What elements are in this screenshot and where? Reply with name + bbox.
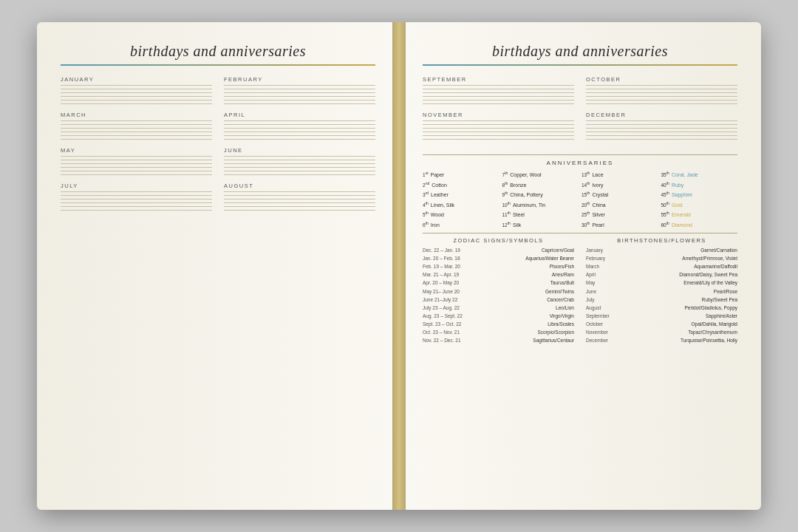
entry-line bbox=[61, 124, 212, 125]
right-months-grid: SEPTEMBEROCTOBERNOVEMBERDECEMBER bbox=[423, 76, 737, 147]
month-section-july: JULY bbox=[61, 183, 212, 211]
month-label-september: SEPTEMBER bbox=[423, 76, 574, 83]
entry-line bbox=[224, 92, 375, 93]
anniv-name: Crystal bbox=[592, 191, 608, 199]
anniv-name: Leather bbox=[431, 191, 449, 199]
anniv-item: 1stPaper bbox=[423, 170, 499, 180]
anniv-item: 10thAluminum, Tin bbox=[502, 200, 579, 210]
entry-line bbox=[224, 199, 375, 200]
anniv-item: 5thWood bbox=[423, 210, 499, 219]
birth-gems: Garnet/Carnation bbox=[700, 246, 737, 254]
entry-line bbox=[224, 135, 375, 136]
entry-line bbox=[61, 89, 212, 89]
birth-item: FebruaryAmethyst/Primrose, Violet bbox=[586, 254, 737, 262]
anniv-number: 6th bbox=[423, 220, 429, 230]
month-label-june: JUNE bbox=[224, 147, 375, 154]
zodiac-item: July 23 – Aug. 22Leo/Lion bbox=[423, 304, 574, 312]
anniv-name: Diamond bbox=[672, 221, 692, 229]
entry-line bbox=[61, 191, 212, 192]
birth-month: January bbox=[586, 246, 603, 254]
birth-gems: Turquoise/Poinsettia, Holly bbox=[681, 336, 737, 344]
zodiac-sign: Capricorn/Goat bbox=[542, 246, 574, 254]
entry-line bbox=[61, 128, 212, 129]
anniv-item: 2ndCotton bbox=[423, 180, 499, 190]
anniversaries-title: ANNIVERSARIES bbox=[423, 160, 737, 166]
entry-line bbox=[61, 120, 212, 121]
anniv-item: 25thSilver bbox=[582, 210, 658, 219]
entry-line bbox=[61, 206, 212, 207]
entry-line bbox=[586, 96, 737, 97]
entry-line bbox=[224, 132, 375, 132]
zodiac-date: June 21–July 22 bbox=[423, 296, 457, 304]
anniv-number: 30th bbox=[582, 220, 590, 230]
anniv-name: Cotton bbox=[432, 181, 447, 189]
zodiac-sign: Sagittarius/Centaur bbox=[533, 336, 574, 344]
entry-line bbox=[224, 210, 375, 211]
month-label-april: APRIL bbox=[224, 112, 375, 118]
entry-line bbox=[61, 100, 212, 100]
entry-line bbox=[61, 167, 212, 168]
birth-gems: Pearl/Rose bbox=[714, 287, 737, 296]
month-label-november: NOVEMBER bbox=[423, 112, 574, 118]
month-label-february: FEBRUARY bbox=[224, 76, 375, 83]
anniv-name: Gold bbox=[672, 201, 683, 209]
anniv-name: Coral, Jade bbox=[672, 171, 698, 179]
zodiac-item: Nov. 22 – Dec. 21Sagittarius/Centaur bbox=[423, 336, 574, 344]
birth-gems: Sapphire/Aster bbox=[706, 312, 737, 320]
entry-line bbox=[224, 124, 375, 125]
zodiac-item: Aug. 23 – Sept. 22Virgo/Virgin bbox=[423, 312, 574, 320]
month-label-may: MAY bbox=[61, 147, 212, 154]
birth-item: AugustPeridot/Gladiolus, Poppy bbox=[586, 304, 737, 312]
anniv-name: Ivory bbox=[592, 181, 603, 189]
anniv-number: 7th bbox=[502, 170, 508, 180]
anniv-item: 60thDiamond bbox=[661, 220, 738, 230]
month-label-january: JANUARY bbox=[61, 76, 212, 83]
anniv-item: 30thPearl bbox=[582, 220, 658, 230]
birth-item: JunePearl/Rose bbox=[586, 287, 737, 296]
anniv-name: China, Pottery bbox=[510, 191, 542, 199]
zodiac-sign: Cancer/Crab bbox=[547, 296, 574, 304]
month-section-april: APRIL bbox=[224, 112, 375, 140]
anniv-name: Emerald bbox=[672, 211, 691, 219]
entry-line bbox=[586, 135, 737, 136]
entry-line bbox=[61, 85, 212, 86]
entry-line bbox=[224, 195, 375, 196]
anniv-name: Copper, Wool bbox=[510, 171, 541, 179]
month-section-january: JANUARY bbox=[61, 76, 212, 104]
entry-line bbox=[586, 92, 737, 93]
zodiac-sign: Aries/Ram bbox=[552, 270, 574, 279]
entry-line bbox=[224, 103, 375, 104]
entry-line bbox=[586, 120, 737, 121]
birth-month: April bbox=[586, 270, 596, 279]
birth-gems: Peridot/Gladiolus, Poppy bbox=[684, 304, 737, 312]
zodiac-sign: Gemini/Twins bbox=[545, 287, 574, 296]
zodiac-item: Sept. 23 – Oct. 22Libra/Scales bbox=[423, 320, 574, 328]
entry-line bbox=[224, 206, 375, 207]
anniv-item: 12thSilk bbox=[502, 220, 579, 230]
zodiac-sign: Leo/Lion bbox=[556, 304, 574, 312]
zodiac-date: Dec. 22 – Jan. 19 bbox=[423, 246, 460, 254]
anniv-name: Steel bbox=[513, 211, 525, 219]
entry-line bbox=[224, 120, 375, 121]
birth-item: SeptemberSapphire/Aster bbox=[586, 312, 737, 320]
anniv-number: 11th bbox=[502, 210, 511, 219]
zodiac-sign: Taurus/Bull bbox=[550, 279, 574, 287]
zodiac-date: Apr. 20 – May 20 bbox=[423, 279, 459, 287]
zodiac-date: Jan. 20 – Feb. 18 bbox=[423, 254, 460, 262]
anniv-number: 25th bbox=[582, 210, 590, 219]
entry-line bbox=[423, 139, 574, 140]
zodiac-item: Apr. 20 – May 20Taurus/Bull bbox=[423, 279, 574, 287]
entry-line bbox=[61, 135, 212, 136]
month-label-august: AUGUST bbox=[224, 183, 375, 189]
anniv-number: 2nd bbox=[423, 180, 429, 190]
right-title-line bbox=[423, 64, 737, 66]
entry-line bbox=[61, 163, 212, 164]
month-section-november: NOVEMBER bbox=[423, 112, 574, 140]
entry-line bbox=[224, 163, 375, 164]
left-page-title: birthdays and anniversaries bbox=[61, 43, 375, 60]
anniv-number: 35th bbox=[661, 170, 669, 180]
right-page-title: birthdays and anniversaries bbox=[423, 43, 737, 60]
birth-gems: Topaz/Chrysanthemum bbox=[688, 328, 737, 336]
entry-line bbox=[586, 128, 737, 129]
anniv-number: 45th bbox=[661, 190, 669, 200]
